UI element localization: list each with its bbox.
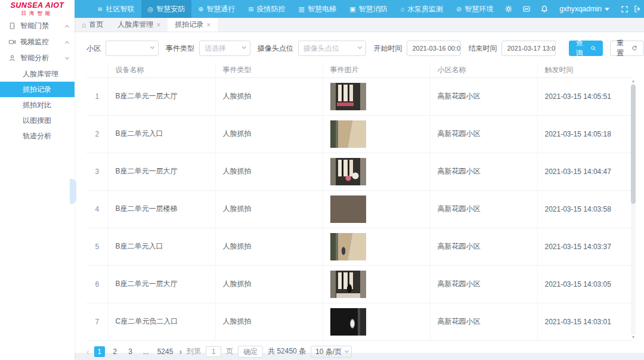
environment-icon xyxy=(456,5,462,13)
sidebar-collapse-handle[interactable] xyxy=(70,179,76,204)
event-type-label: 事件类型 xyxy=(166,44,194,54)
event-image-thumbnail[interactable] xyxy=(330,195,366,223)
community-cell: 高新花园小区 xyxy=(430,77,537,115)
filter-bar: 小区 事件类型 请选择 摄像头点位 摄像头点位 开始时间 2021-03-16 … xyxy=(75,32,644,56)
chevron-down-icon xyxy=(345,348,349,352)
nav-item-label: 水泵房监测 xyxy=(407,4,443,14)
nav-item-security[interactable]: 智慧安防 xyxy=(141,0,192,18)
event-image-thumbnail[interactable] xyxy=(330,120,366,148)
next-page-button[interactable]: › xyxy=(179,346,182,357)
community-cell: 高新花园小区 xyxy=(430,265,537,303)
trigger-time-cell: 2021-03-15 14:03:37 xyxy=(537,228,632,265)
device-name-cell: B座二单元入口 xyxy=(108,228,215,265)
logout-icon xyxy=(633,5,642,13)
sidebar-item-label: 抓拍对比 xyxy=(23,100,51,110)
event-image-thumbnail[interactable] xyxy=(330,233,366,260)
sidebar-item-label: 人脸库管理 xyxy=(23,69,58,79)
door-icon xyxy=(8,22,16,30)
pagination-bar: ‹ 1 2 3 ... 5245 › 到第 1 页 确定 共 52450 条 1… xyxy=(86,346,644,358)
home-icon xyxy=(82,21,86,29)
camera-select[interactable]: 摄像头点位 xyxy=(298,41,367,56)
scrollbar-track[interactable] xyxy=(631,83,636,335)
sidebar-item-track-analysis[interactable]: 轨迹分析 xyxy=(0,128,75,144)
device-name-cell: B座二单元一层大厅 xyxy=(108,265,215,303)
trigger-time-cell: 2021-03-15 14:05:18 xyxy=(537,115,632,153)
reset-button-label: 重置 xyxy=(617,38,628,58)
camera-label: 摄像头点位 xyxy=(258,44,293,54)
close-icon[interactable] xyxy=(206,21,210,29)
page-number[interactable]: 5245 xyxy=(156,346,175,357)
sidebar-item-video-monitor[interactable]: 视频监控 xyxy=(0,34,75,50)
page-number[interactable]: 2 xyxy=(110,346,120,357)
nav-item-pump-room[interactable]: 水泵房监测 xyxy=(394,0,450,18)
community-cell: 高新花园小区 xyxy=(430,303,537,340)
row-index: 2 xyxy=(86,115,108,153)
device-name-cell: B座二单元入口 xyxy=(108,115,215,153)
chevron-down-icon xyxy=(150,45,154,49)
sidebar-item-face-library[interactable]: 人脸库管理 xyxy=(0,66,75,82)
nav-item-label: 智慧电梯 xyxy=(308,4,336,14)
goto-page-input[interactable]: 1 xyxy=(206,346,221,357)
table-scrollbar[interactable]: ▴ ▾ xyxy=(631,79,636,340)
start-time-input[interactable]: 2021-03-16 00:00:00 xyxy=(407,41,461,56)
chevron-up-icon xyxy=(65,24,69,29)
tab-home[interactable]: 首页 xyxy=(75,18,110,32)
search-button-label: 查询 xyxy=(575,38,587,58)
table-row: 2 B座二单元入口 人脸抓拍 高新花园小区 2021-03-15 14:05:1… xyxy=(86,115,632,153)
logout-button[interactable] xyxy=(633,0,644,18)
community-select[interactable] xyxy=(106,41,159,56)
brand-subtitle: 日海智能 xyxy=(21,11,54,16)
sidebar-item-smart-analysis[interactable]: 智能分析 xyxy=(0,50,75,66)
prev-page-button[interactable]: ‹ xyxy=(86,346,89,357)
reset-button[interactable]: 重置 xyxy=(610,41,644,56)
search-icon xyxy=(590,45,596,52)
end-time-input[interactable]: 2021-03-17 13:06:04 xyxy=(501,41,556,56)
sidebar-item-capture-compare[interactable]: 抓拍对比 xyxy=(0,97,75,113)
event-type-cell: 人脸抓拍 xyxy=(215,153,323,190)
scroll-up-icon[interactable]: ▴ xyxy=(632,79,634,83)
sidebar-item-label: 轨迹分析 xyxy=(23,131,51,141)
start-time-label: 开始时间 xyxy=(373,44,402,54)
nav-item-community-iot[interactable]: 社区智联 xyxy=(91,0,141,18)
scroll-down-icon[interactable]: ▾ xyxy=(632,335,634,340)
device-name-cell: C座二单元负二入口 xyxy=(108,303,215,340)
event-image-thumbnail[interactable] xyxy=(330,158,366,185)
close-icon[interactable] xyxy=(156,21,160,29)
nav-item-access[interactable]: 智慧通行 xyxy=(191,0,242,18)
event-type-cell: 人脸抓拍 xyxy=(215,77,323,115)
page-size-select[interactable]: 10 条/页 xyxy=(311,346,352,358)
message-button[interactable] xyxy=(518,0,535,18)
page-number[interactable]: 3 xyxy=(125,346,136,357)
tab-capture-records[interactable]: 抓拍记录 xyxy=(168,18,218,32)
event-image-thumbnail[interactable] xyxy=(330,83,366,110)
sidebar-item-image-search[interactable]: 以图搜图 xyxy=(0,113,75,128)
event-type-select[interactable]: 请选择 xyxy=(199,41,250,56)
user-menu[interactable]: gxhyxqadmin xyxy=(553,5,615,13)
nav-item-environment[interactable]: 智慧环境 xyxy=(450,0,500,18)
table-row: 1 B座二单元一层大厅 人脸抓拍 高新花园小区 2021-03-15 14:05… xyxy=(86,77,632,115)
community-label: 小区 xyxy=(86,44,101,54)
scrollbar-thumb[interactable] xyxy=(631,85,636,204)
search-button[interactable]: 查询 xyxy=(569,41,603,56)
sidebar-item-door-access[interactable]: 智能门禁 xyxy=(0,18,75,34)
trigger-time-cell: 2021-03-15 14:05:51 xyxy=(537,77,632,115)
page-ellipsis: ... xyxy=(141,346,151,357)
event-type-cell: 人脸抓拍 xyxy=(215,228,323,265)
sidebar-item-capture-records[interactable]: 抓拍记录 xyxy=(0,82,75,97)
goto-confirm-button[interactable]: 确定 xyxy=(238,346,263,358)
bell-icon xyxy=(540,5,549,13)
security-icon xyxy=(148,5,154,13)
event-image-thumbnail[interactable] xyxy=(330,271,366,298)
nav-item-epidemic[interactable]: 疫情防控 xyxy=(242,0,292,18)
gear-icon xyxy=(504,5,513,13)
page-number[interactable]: 1 xyxy=(94,346,105,357)
nav-item-fire[interactable]: 智慧消防 xyxy=(343,0,394,18)
page-unit-label: 页 xyxy=(226,346,233,356)
settings-button[interactable] xyxy=(500,0,518,18)
fullscreen-button[interactable] xyxy=(615,0,633,18)
tab-face-library[interactable]: 人脸库管理 xyxy=(110,18,168,32)
event-image-thumbnail[interactable] xyxy=(330,308,366,336)
tab-bar: 首页 人脸库管理 抓拍记录 xyxy=(75,18,644,32)
notifications-button[interactable] xyxy=(535,0,553,18)
nav-item-elevator[interactable]: 智慧电梯 xyxy=(292,0,343,18)
